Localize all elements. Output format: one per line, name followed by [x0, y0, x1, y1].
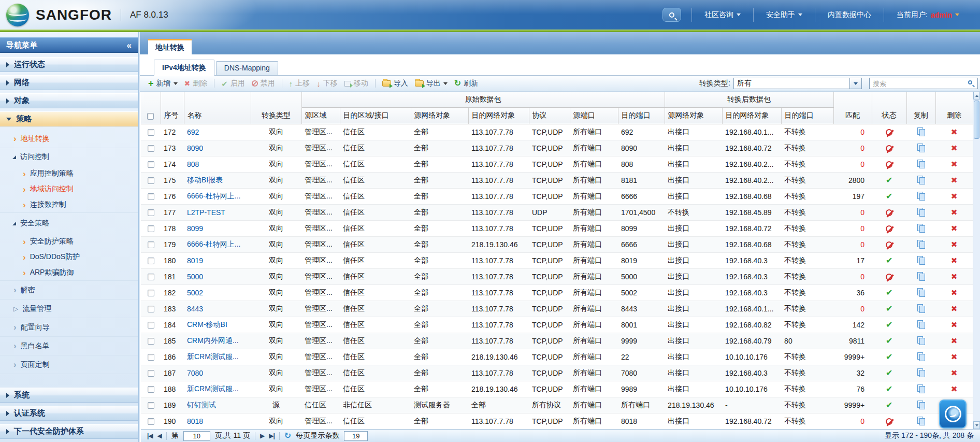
export-button[interactable]: 导出: [415, 79, 448, 88]
rule-name-link[interactable]: 7080: [187, 369, 203, 377]
menu-data-center[interactable]: 内置数据中心: [815, 8, 884, 22]
import-button[interactable]: 导入: [382, 79, 408, 88]
row-checkbox[interactable]: [148, 241, 154, 248]
prev-page-button[interactable]: ◀: [157, 433, 162, 439]
row-checkbox[interactable]: [148, 258, 154, 264]
menu-security-assistant[interactable]: 安全助手: [753, 8, 815, 22]
search-input[interactable]: [870, 79, 964, 88]
scroll-down-button[interactable]: [973, 421, 980, 429]
sidebar-item-geo-access-control[interactable]: › 地域访问控制: [0, 181, 138, 197]
sidebar-group-traffic-management[interactable]: ▷ 流量管理: [0, 300, 138, 318]
copy-icon[interactable]: [917, 417, 926, 425]
rule-name-link[interactable]: CRM内外网通...: [187, 336, 239, 345]
row-checkbox[interactable]: [148, 129, 154, 136]
vertical-scrollbar[interactable]: [973, 92, 980, 429]
delete-icon[interactable]: ✖: [951, 192, 958, 201]
row-checkbox[interactable]: [148, 274, 154, 280]
sidebar-item-connection-control[interactable]: › 连接数控制: [0, 197, 138, 212]
menu-community[interactable]: 社区咨询: [691, 8, 753, 22]
row-checkbox[interactable]: [148, 145, 154, 152]
current-user-menu[interactable]: 当前用户: admin: [884, 8, 972, 22]
global-search-button[interactable]: [662, 8, 681, 22]
first-page-button[interactable]: |◀: [147, 433, 153, 439]
sidebar-item-app-control[interactable]: › 应用控制策略: [0, 166, 138, 181]
page-number-input[interactable]: [183, 431, 210, 441]
delete-icon[interactable]: ✖: [951, 272, 958, 281]
rule-name-link[interactable]: 8099: [187, 224, 203, 233]
rule-name-link[interactable]: 692: [187, 128, 199, 136]
row-checkbox[interactable]: [148, 386, 154, 393]
copy-icon[interactable]: [917, 272, 926, 281]
delete-icon[interactable]: ✖: [951, 160, 958, 168]
subtab-dns-mapping[interactable]: DNS-Mapping: [216, 61, 278, 75]
sidebar-item-dos-ddos[interactable]: › DoS/DDoS防护: [0, 249, 138, 265]
rule-name-link[interactable]: 新CRM测试服...: [187, 352, 239, 361]
subtab-ipv4-nat[interactable]: IPv4地址转换: [154, 60, 214, 76]
sidebar-item-decryption[interactable]: › 解密: [0, 281, 138, 300]
delete-icon[interactable]: ✖: [951, 208, 958, 217]
delete-icon[interactable]: ✖: [951, 320, 958, 329]
rule-name-link[interactable]: L2TP-TEST: [187, 208, 225, 217]
sidebar-section-network[interactable]: 网络: [0, 75, 138, 90]
row-checkbox[interactable]: [148, 354, 154, 361]
per-page-input[interactable]: [344, 431, 368, 441]
rule-name-link[interactable]: 6666-杜特网上...: [187, 192, 240, 200]
row-checkbox[interactable]: [148, 177, 154, 184]
row-checkbox[interactable]: [148, 209, 154, 216]
sidebar-section-status[interactable]: 运行状态: [0, 57, 138, 72]
rule-name-link[interactable]: 新CRM测试服...: [187, 384, 239, 393]
copy-icon[interactable]: [917, 352, 926, 361]
sidebar-section-ngsp[interactable]: 下一代安全防护体系: [0, 424, 138, 439]
copy-icon[interactable]: [917, 127, 926, 136]
sidebar-section-policy[interactable]: 策略: [0, 111, 138, 126]
sidebar-item-config-wizard[interactable]: › 配置向导: [0, 318, 138, 337]
last-page-button[interactable]: ▶|: [269, 433, 275, 439]
sidebar-section-objects[interactable]: 对象: [0, 93, 138, 108]
row-checkbox[interactable]: [148, 402, 154, 409]
move-button[interactable]: 移动: [344, 79, 368, 88]
next-page-button[interactable]: ▶: [260, 433, 264, 439]
copy-icon[interactable]: [917, 240, 926, 249]
rule-name-link[interactable]: 钉钉测试: [187, 401, 216, 409]
copy-icon[interactable]: [917, 401, 926, 409]
rule-name-link[interactable]: 808: [187, 160, 199, 168]
delete-icon[interactable]: ✖: [951, 127, 958, 136]
row-checkbox[interactable]: [148, 370, 154, 377]
refresh-button[interactable]: ↻ 刷新: [454, 79, 478, 88]
row-checkbox[interactable]: [148, 306, 154, 312]
copy-icon[interactable]: [917, 160, 926, 168]
delete-icon[interactable]: ✖: [951, 368, 958, 377]
sidebar-collapse-button[interactable]: «: [127, 41, 132, 50]
sidebar-item-address-translation[interactable]: › 地址转换: [0, 130, 138, 148]
delete-icon[interactable]: ✖: [951, 288, 958, 297]
sidebar-group-access-control[interactable]: 访问控制: [0, 148, 138, 166]
rule-name-link[interactable]: 移动BI报表: [187, 176, 223, 184]
delete-button[interactable]: ✖ 删除: [184, 79, 208, 88]
row-checkbox[interactable]: [148, 322, 154, 329]
magnifier-icon[interactable]: [968, 80, 972, 84]
select-dropdown-button[interactable]: [850, 78, 862, 89]
rule-name-link[interactable]: 5000: [187, 273, 203, 281]
delete-icon[interactable]: ✖: [951, 352, 958, 361]
row-checkbox[interactable]: [148, 338, 154, 345]
rule-name-link[interactable]: 8443: [187, 305, 203, 313]
disable-button[interactable]: 禁用: [252, 79, 275, 88]
sidebar-section-auth-system[interactable]: 认证系统: [0, 406, 138, 421]
delete-icon[interactable]: ✖: [951, 224, 958, 233]
sidebar-item-arp-defense[interactable]: › ARP欺骗防御: [0, 265, 138, 280]
copy-icon[interactable]: [917, 256, 926, 265]
delete-icon[interactable]: ✖: [951, 144, 958, 152]
row-checkbox[interactable]: [148, 193, 154, 200]
rule-name-link[interactable]: 6666-杜特网上...: [187, 240, 240, 248]
copy-icon[interactable]: [917, 320, 926, 329]
sidebar-item-security-protection[interactable]: › 安全防护策略: [0, 234, 138, 249]
rule-name-link[interactable]: 8090: [187, 144, 203, 152]
rule-name-link[interactable]: 5002: [187, 289, 203, 297]
copy-icon[interactable]: [917, 304, 926, 313]
translation-type-select[interactable]: 所有: [733, 78, 850, 89]
copy-icon[interactable]: [917, 176, 926, 184]
copy-icon[interactable]: [917, 224, 926, 233]
sidebar-item-blacklist-whitelist[interactable]: › 黑白名单: [0, 337, 138, 355]
assistant-float-button[interactable]: [939, 400, 967, 429]
sidebar-group-security-policy[interactable]: 安全策略: [0, 213, 138, 234]
